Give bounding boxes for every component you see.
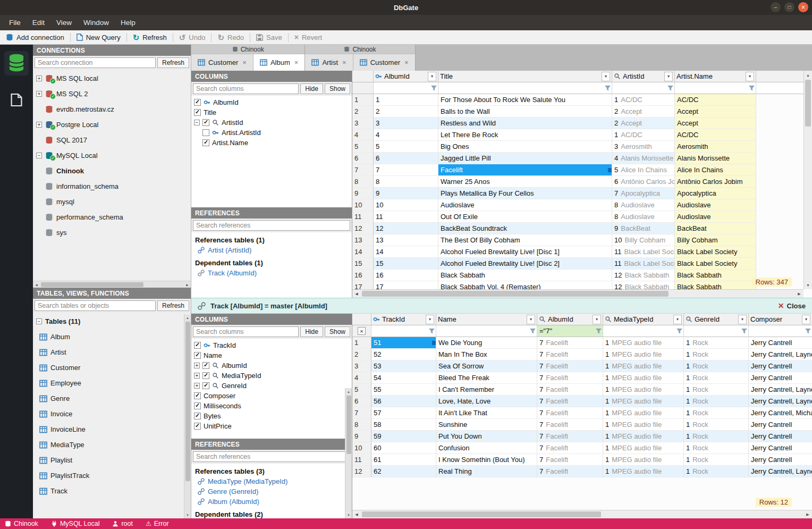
chevron-down-icon[interactable]: ▾ (673, 315, 682, 324)
cell-genreid[interactable]: 1Rock (684, 396, 749, 407)
cell-composer[interactable]: Jerry Cantrell (749, 419, 812, 431)
cell-trackid[interactable]: 58 (371, 419, 436, 431)
filter-icon[interactable] (667, 85, 673, 91)
new-query-button[interactable]: New Query (71, 30, 126, 44)
cell-artistid[interactable]: 12Black Sabbath (612, 270, 675, 281)
tab[interactable]: Artist × (305, 54, 353, 71)
table-row[interactable]: 8 8 Warner 25 Anos 6Antônio Carlos Jobim… (352, 176, 803, 188)
cell-artist-name[interactable]: Accept (675, 117, 756, 129)
cell-albumid[interactable]: 7Facelift (537, 349, 603, 360)
status-database[interactable]: Chinook (5, 520, 38, 527)
search-references-input[interactable] (193, 451, 350, 462)
cell-genreid[interactable]: 1Rock (684, 349, 749, 360)
tables-group-row[interactable]: Tables (11) (33, 314, 191, 329)
cell-mediatypeid[interactable]: 1MPEG audio file (603, 360, 684, 372)
cell-trackid[interactable]: 59 (371, 431, 436, 442)
chevron-down-icon[interactable]: ▾ (664, 72, 673, 81)
cell-composer[interactable]: Jerry Cantrell (749, 442, 812, 454)
cell-name[interactable]: I Know Somethin (Bout You) (436, 454, 537, 466)
table-row[interactable]: 1 51 We Die Young 7Facelift 1MPEG audio … (352, 337, 812, 349)
chevron-down-icon[interactable]: ▾ (426, 315, 434, 324)
cell-trackid[interactable]: 54 (371, 372, 436, 384)
chevron-down-icon[interactable]: ▾ (746, 72, 754, 81)
cell-artistid[interactable]: 12Black Sabbath (612, 281, 675, 289)
cell-title[interactable]: Alcohol Fueled Brewtality Live! [Disc 1] (438, 246, 612, 258)
column-header-artist-name[interactable]: Artist.Name ▾ (675, 71, 756, 82)
filter-icon[interactable] (429, 328, 435, 334)
table-row[interactable]: 5 55 I Can't Remember 7Facelift 1MPEG au… (352, 384, 812, 396)
column-item[interactable]: Name (191, 350, 352, 360)
cell-trackid[interactable]: 60 (371, 442, 436, 454)
filter-icon[interactable] (605, 85, 611, 91)
cell-artist-name[interactable]: Audioslave (675, 199, 756, 211)
cell-albumid[interactable]: 1 (374, 94, 438, 106)
menu-item[interactable]: Window (78, 19, 115, 27)
column-item[interactable]: AlbumId (191, 97, 352, 107)
column-item[interactable]: UnitPrice (191, 421, 352, 431)
album-vscrollbar[interactable]: ▲▼ (803, 71, 812, 289)
cell-title[interactable]: Warner 25 Anos (438, 176, 612, 188)
cell-name[interactable]: Confusion (436, 442, 537, 454)
table-row[interactable]: 6 6 Jagged Little Pill 4Alanis Morissett… (352, 153, 803, 164)
hide-button[interactable]: Hide (300, 326, 323, 337)
cell-albumid[interactable]: 10 (374, 199, 438, 211)
cell-albumid[interactable]: 7 (374, 164, 438, 176)
table-item[interactable]: Genre (33, 391, 191, 406)
connection-item[interactable]: ✓ mysql (33, 194, 191, 209)
close-icon[interactable]: × (798, 2, 808, 12)
cell-albumid[interactable]: 14 (374, 246, 438, 258)
filter-artist-name[interactable] (675, 82, 756, 94)
cell-artist-name[interactable]: AC/DC (675, 129, 756, 141)
album-hscrollbar[interactable]: ◀▶ (352, 289, 803, 298)
expander-icon[interactable] (194, 120, 200, 125)
cell-albumid[interactable]: 2 (374, 106, 438, 117)
filter-icon[interactable] (741, 328, 747, 334)
column-header-mediatypeid[interactable]: MediaTypeId ▾ (603, 314, 684, 325)
tab-close-icon[interactable]: × (404, 58, 409, 66)
cell-name[interactable]: Man In The Box (436, 349, 537, 360)
save-button[interactable]: Save (250, 30, 288, 44)
cell-genreid[interactable]: 1Rock (684, 442, 749, 454)
column-checkbox[interactable] (194, 99, 201, 106)
expander-icon[interactable] (36, 153, 42, 158)
column-item[interactable]: Artist.Name (191, 138, 352, 148)
filter-genreid[interactable] (684, 325, 749, 337)
connection-item[interactable]: ✓ evrdb.metrostav.cz (33, 102, 191, 117)
cell-artist-name[interactable]: BackBeat (675, 223, 756, 234)
column-checkbox[interactable] (202, 382, 209, 389)
expander-icon[interactable] (36, 318, 42, 324)
rail-files-button[interactable] (4, 88, 29, 113)
hide-button[interactable]: Hide (300, 83, 323, 94)
column-checkbox[interactable] (194, 402, 201, 409)
cell-composer[interactable]: Jerry Cantrell, Layne Staley (749, 466, 812, 477)
reference-link[interactable]: Track (AlbumId) (191, 268, 352, 278)
cell-name[interactable]: Sunshine (436, 419, 537, 431)
table-row[interactable]: 10 10 Audioslave 8Audioslave Audioslave (352, 199, 803, 211)
cell-title[interactable]: For Those About To Rock We Salute You (438, 94, 612, 106)
reference-link[interactable]: MediaType (MediaTypeId) (191, 476, 352, 486)
cell-albumid[interactable]: 7Facelift (537, 337, 603, 349)
cell-artistid[interactable]: 5Alice In Chains (612, 164, 675, 176)
table-row[interactable]: 7 7 Facelift 5Alice In Chains Alice In C… (352, 164, 803, 176)
cell-mediatypeid[interactable]: 1MPEG audio file (603, 407, 684, 419)
connections-hscrollbar[interactable]: ◀▶ (33, 281, 191, 288)
cell-genreid[interactable]: 1Rock (684, 372, 749, 384)
column-checkbox[interactable] (194, 392, 201, 399)
filter-icon[interactable] (431, 85, 437, 91)
cell-name[interactable]: Love, Hate, Love (436, 396, 537, 407)
track-hscrollbar[interactable]: ◀▶ (352, 510, 812, 518)
filter-icon[interactable] (530, 328, 536, 334)
cell-artist-name[interactable]: Black Label Society (675, 258, 756, 270)
cell-albumid[interactable]: 7Facelift (537, 384, 603, 396)
cell-albumid[interactable]: 7Facelift (537, 431, 603, 442)
column-header-albumid[interactable]: AlbumId ▾ (537, 314, 603, 325)
column-item[interactable]: MediaTypeId (191, 371, 352, 381)
rail-database-button[interactable] (4, 51, 29, 75)
cell-artistid[interactable]: 8Audioslave (612, 211, 675, 223)
tab[interactable]: Customer × (191, 54, 253, 71)
cell-artistid[interactable]: 8Audioslave (612, 199, 675, 211)
cell-composer[interactable]: Jerry Cantrell (749, 454, 812, 466)
cell-artist-name[interactable]: Alanis Morissette (675, 153, 756, 164)
show-button[interactable]: Show (325, 326, 350, 337)
cell-mediatypeid[interactable]: 1MPEG audio file (603, 442, 684, 454)
